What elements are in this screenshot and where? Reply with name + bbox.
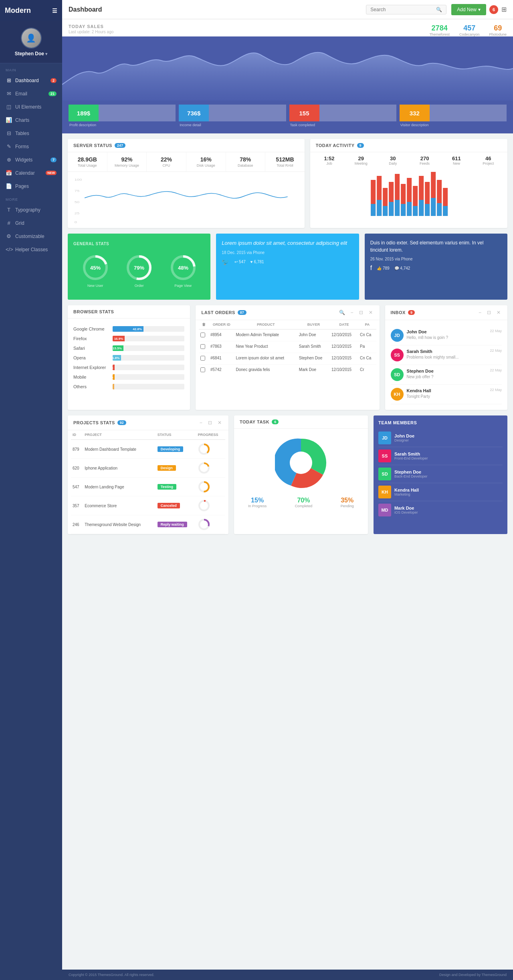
- order-status-1: Cn Ca: [358, 329, 376, 341]
- svg-rect-24: [425, 204, 430, 216]
- team-role-john: Designer: [394, 438, 414, 442]
- sidebar-item-helper-classes[interactable]: </> Helper Classes: [0, 243, 62, 256]
- stat-profit: 189$ Profit description: [69, 105, 176, 127]
- projects-close[interactable]: ✕: [216, 419, 223, 426]
- inbox-item-john[interactable]: JD John Doe 22 May Hello, m8 how is goin…: [391, 326, 502, 345]
- col-check: 🗑: [199, 320, 208, 329]
- team-info-mark: Mark Doe iOS Developer: [394, 506, 418, 514]
- photodune-label: Photodune: [489, 32, 507, 36]
- svg-rect-10: [383, 206, 388, 216]
- today-sales-header: TODAY SALES Last update: 2 Hours ago 278…: [62, 19, 513, 36]
- project-id-4: 357: [71, 496, 83, 515]
- svg-point-46: [199, 501, 209, 510]
- order-date-2: 12/10/2015: [330, 341, 358, 353]
- sidebar-item-grid[interactable]: # Grid: [0, 216, 62, 230]
- browser-firefox-bar: 16.9%: [113, 336, 185, 341]
- avatar-image: 👤: [22, 28, 41, 48]
- col-progress: PROGRESS: [196, 430, 225, 440]
- sidebar-item-charts[interactable]: 📊 Charts: [0, 113, 62, 127]
- sidebar-item-forms[interactable]: ✎ Forms: [0, 140, 62, 153]
- codecanyon-label: Codecanyon: [459, 32, 480, 36]
- browser-others-fill: 0%: [113, 384, 114, 389]
- inbox-content-kendra: Kendra Hall 22 May Tonight Party: [407, 388, 502, 401]
- order-checkbox-4[interactable]: [200, 367, 205, 372]
- twitter-card: Lorem ipsum dolor sit amet, consectetur …: [216, 234, 359, 300]
- order-checkbox-3[interactable]: [200, 356, 205, 361]
- inbox-content-john: John Doe 22 May Hello, m8 how is goin ?: [407, 329, 502, 342]
- inbox-item-sarah[interactable]: SS Sarah Smith 22 May Problems look migh…: [391, 345, 502, 365]
- project-id-3: 547: [71, 478, 83, 496]
- inbox-item-kendra[interactable]: KH Kendra Hall 22 May Tonight Party: [391, 385, 502, 404]
- page-title: Dashboard: [69, 6, 366, 13]
- twitter-likes: ♥ 6,781: [250, 260, 264, 264]
- inbox-expand[interactable]: ⊡: [486, 309, 492, 316]
- projects-expand[interactable]: ⊡: [207, 419, 213, 426]
- stat-profit-value: 189$: [69, 105, 99, 121]
- sidebar-item-calendar[interactable]: 📅 Calendar NEW: [0, 166, 62, 179]
- browser-mobile-name: Mobile: [73, 375, 109, 379]
- stat-task-label: Task completed: [289, 123, 396, 127]
- notification-badge[interactable]: 6: [489, 5, 498, 14]
- task-in-progress-val: 15%: [248, 497, 267, 504]
- area-chart: [62, 36, 513, 101]
- order-checkbox-1[interactable]: [200, 333, 205, 337]
- expand-control[interactable]: ⊡: [358, 309, 364, 316]
- project-name-3: Modern Landing Page: [83, 478, 156, 496]
- inbox-minimize[interactable]: −: [477, 309, 483, 316]
- sidebar-item-pages[interactable]: 📄 Pages: [0, 179, 62, 193]
- inbox-preview-stephen: New job offer ?: [407, 375, 502, 379]
- inbox-title: INBOX: [391, 310, 406, 315]
- search-icon: 🔍: [436, 7, 442, 12]
- browser-others: Others 0%: [73, 382, 184, 391]
- team-role-mark: iOS Developer: [394, 510, 418, 514]
- stat-task-value: 155: [289, 105, 319, 121]
- project-progress-5: [196, 515, 225, 534]
- search-control[interactable]: 🔍: [338, 309, 346, 316]
- projects-table-head: ID PROJECT STATUS PROGRESS: [71, 430, 225, 440]
- sidebar-item-widgets[interactable]: ⊕ Widgets 7: [0, 153, 62, 166]
- team-member-mark: MD Mark Doe iOS Developer: [378, 501, 503, 519]
- search-input[interactable]: [370, 7, 434, 12]
- sidebar-item-tables[interactable]: ⊟ Tables: [0, 127, 62, 140]
- sidebar-item-customizable[interactable]: ⚙ Customizable: [0, 230, 62, 243]
- sidebar-item-typography[interactable]: T Typography: [0, 203, 62, 216]
- today-task-card: TODAY TASK 6: [234, 415, 368, 534]
- activity-bar-chart: [310, 165, 507, 222]
- facebook-text: Duis in odio exter. Sed elementum varius…: [370, 239, 502, 254]
- svg-rect-8: [377, 200, 382, 216]
- sidebar-username[interactable]: Stephen Doe ▾: [15, 51, 48, 56]
- close-control[interactable]: ✕: [368, 309, 374, 316]
- order-buyer-4: Mark Doe: [297, 365, 330, 376]
- team-info-kendra: Kendra Hall Marketing: [394, 488, 419, 496]
- projects-minimize[interactable]: −: [198, 419, 204, 426]
- server-stat-disk: 16% Disk Usage: [186, 152, 226, 171]
- minimize-control[interactable]: −: [349, 309, 355, 316]
- sidebar-item-email[interactable]: ✉ Email 21: [0, 87, 62, 100]
- forms-icon: ✎: [6, 143, 12, 149]
- menu-icon[interactable]: ☰: [52, 8, 57, 14]
- svg-rect-26: [431, 198, 436, 216]
- sidebar-item-ui-elements[interactable]: ◫ UI Elements: [0, 100, 62, 113]
- order-id-3: #6841: [209, 353, 234, 365]
- today-task-header: TODAY TASK 6: [234, 415, 368, 429]
- typography-icon: T: [6, 207, 12, 213]
- team-name-john: John Doe: [394, 434, 414, 438]
- order-checkbox-2[interactable]: [200, 344, 205, 349]
- facebook-comments: 💬 4,742: [394, 266, 410, 270]
- inbox-close[interactable]: ✕: [495, 309, 502, 316]
- stat-profit-label: Profit description: [69, 123, 176, 127]
- team-avatar-mark: MD: [378, 504, 391, 516]
- svg-rect-6: [371, 204, 376, 216]
- apps-icon[interactable]: ⊞: [501, 6, 507, 13]
- today-task-badge: 6: [272, 419, 279, 424]
- sidebar-item-dashboard[interactable]: ⊞ Dashboard 2: [0, 74, 62, 87]
- project-status-3: Testing: [156, 478, 196, 496]
- project-status-2: Design: [156, 459, 196, 478]
- activity-time-job: 1:52 Job: [314, 155, 344, 165]
- team-info-sarah: Sarah Smith Front-End Developer: [394, 452, 428, 460]
- sales-themeforest: 2784 Themeforest: [429, 24, 450, 36]
- browser-mobile-fill: 3%: [113, 374, 115, 380]
- inbox-item-stephen[interactable]: SD Stephen Doe 22 May New job offer ?: [391, 365, 502, 385]
- browser-mobile: Mobile 3%: [73, 372, 184, 382]
- add-new-button[interactable]: Add New: [451, 4, 486, 15]
